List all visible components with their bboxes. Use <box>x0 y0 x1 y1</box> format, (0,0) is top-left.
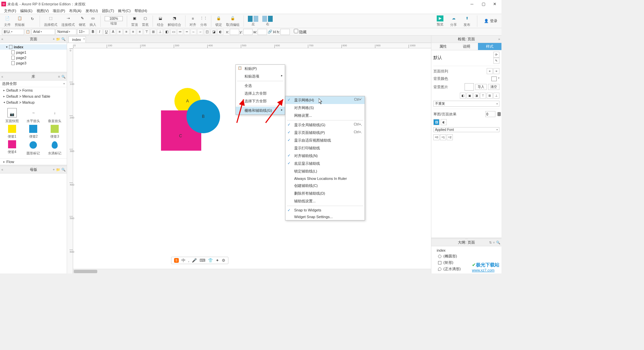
ctx-show-print-guides[interactable]: 显示打印辅助线 <box>285 144 365 152</box>
ime-skin-icon[interactable]: 👕 <box>208 258 213 263</box>
tb-send-back[interactable]: ▢置底 <box>142 15 149 27</box>
style-update-icon[interactable]: ⟳ <box>493 52 499 58</box>
ctx-snap-widgets[interactable]: ✓Snap to Widgets <box>285 207 365 213</box>
outline-root[interactable]: index <box>433 248 500 253</box>
tb-right[interactable]: 右 <box>262 16 273 27</box>
align-center-icon[interactable]: ≡ <box>493 68 499 74</box>
shadow-in-button[interactable]: ◪ <box>211 29 217 35</box>
menu-file[interactable]: 文件(F) <box>3 8 17 13</box>
ctx-back-guides[interactable]: ✓底层显示辅助线 <box>285 160 365 167</box>
x-input[interactable] <box>230 29 239 35</box>
align-h-right-icon[interactable]: ◨ <box>473 93 479 99</box>
sketch-input[interactable] <box>485 111 495 117</box>
font-select[interactable]: Arial▾ <box>32 29 55 35</box>
import-button[interactable]: 导入 <box>475 84 487 90</box>
menu-project[interactable]: 项目(P) <box>51 8 66 13</box>
ctx-lock-guides[interactable]: 锁定辅助线(L) <box>285 167 365 175</box>
tb-login[interactable]: 👤登录 <box>484 18 497 23</box>
font-adj-0[interactable]: +0 <box>433 134 439 140</box>
lib-circle-marker[interactable]: 圆形标记 <box>23 140 44 156</box>
lib-note2[interactable]: 便签2 <box>23 125 44 139</box>
tb-bring-front[interactable]: ▣置顶 <box>131 15 138 27</box>
border-color-button[interactable]: ▭ <box>170 29 176 35</box>
menu-publish[interactable]: 发布(U) <box>84 8 99 13</box>
lib-snapshot[interactable]: 📷页面快照 <box>2 108 22 123</box>
text-color-button[interactable]: A <box>110 29 116 35</box>
ime-keyboard-icon[interactable]: ⌨ <box>200 258 205 263</box>
color-mode-icon[interactable]: 🖼 <box>433 119 439 125</box>
menu-help[interactable]: 帮助(H) <box>133 8 148 13</box>
lib-drop-marker[interactable]: 水滴标记 <box>45 140 65 156</box>
collapse-icon[interactable]: « <box>1 168 3 171</box>
tb-left[interactable]: 左 <box>248 16 258 27</box>
tb-share[interactable]: ☁分享 <box>450 15 457 27</box>
add-folder-icon[interactable]: 📁 <box>56 37 60 41</box>
align-right-button[interactable]: ≡ <box>137 29 143 35</box>
w-input[interactable] <box>258 29 267 35</box>
tb-file[interactable]: 📄文件 <box>4 15 11 27</box>
leading-button[interactable]: ≡ <box>117 29 123 35</box>
ctx-snap-guides[interactable]: ✓对齐辅助线(N) <box>285 152 365 160</box>
fill-color-button[interactable]: ◧ <box>164 29 170 35</box>
ime-lang[interactable]: 中 <box>181 258 185 263</box>
tb-clipboard[interactable]: 📋剪贴板 <box>15 15 25 27</box>
page-item-page2[interactable]: page2 <box>0 55 67 60</box>
align-v-bot-icon[interactable]: ⊥ <box>493 93 499 99</box>
outline-item-ellipse[interactable]: (椭圆形) <box>433 253 500 259</box>
ctx-show-global-guides[interactable]: ✓显示全局辅助线(G)Ctrl+, <box>285 121 365 129</box>
lib-cat-markup[interactable]: ▾Default > Markup <box>0 99 67 105</box>
arrow-start-button[interactable]: ← <box>191 29 197 35</box>
lib-cat-menus[interactable]: ▸Default > Menus and Table <box>0 93 67 99</box>
applied-font-select[interactable]: Applied Font▾ <box>433 127 499 132</box>
ime-mic-icon[interactable]: 🎤 <box>192 258 197 263</box>
ctx-widget-snap-settings[interactable]: Widget Snap Settings... <box>285 213 365 220</box>
tab-properties[interactable]: 属性 <box>431 43 455 50</box>
ctx-guide-settings[interactable]: 辅助线设置... <box>285 197 365 205</box>
search-icon[interactable]: 🔍 <box>61 168 65 171</box>
ctx-select-above[interactable]: 选择上方全部 <box>236 90 285 97</box>
y-input[interactable] <box>243 29 253 35</box>
ime-tool-icon[interactable]: ✦ <box>216 258 219 263</box>
tb-lock[interactable]: 🔒锁定 <box>215 15 222 27</box>
opacity-button[interactable]: ◐ <box>217 29 223 35</box>
bg-color-swatch[interactable] <box>491 77 497 81</box>
search-icon[interactable]: 🔍 <box>61 75 65 79</box>
align-h-center-icon[interactable]: ▣ <box>467 93 473 99</box>
tb-group-btn[interactable]: ⬓结合 <box>157 15 164 27</box>
valign-mid-button[interactable]: ⊞ <box>150 29 156 35</box>
align-left-button[interactable]: ≡ <box>123 29 129 35</box>
tb-publish[interactable]: ⬆发布 <box>464 15 470 27</box>
ctx-create-guides[interactable]: 创建辅助线(C) <box>285 182 365 190</box>
minimize-button[interactable]: ─ <box>469 2 475 6</box>
close-button[interactable]: ✕ <box>492 2 497 6</box>
repeat-select[interactable]: 不重复▾ <box>433 101 499 107</box>
border-width-button[interactable]: ═ <box>177 29 183 35</box>
tab-style[interactable]: 样式 <box>478 43 501 50</box>
ctx-snap-grid[interactable]: 对齐网格(S) <box>285 104 365 112</box>
lib-note3[interactable]: 便签3 <box>45 125 65 139</box>
scrollbar-thumb[interactable] <box>74 270 97 273</box>
arrow-end-button[interactable]: → <box>197 29 203 35</box>
gray-mode-icon[interactable]: ◐ <box>441 119 447 125</box>
tb-align[interactable]: ≡对齐 <box>190 15 196 27</box>
ctx-paste-options[interactable]: 粘贴选项▸ <box>236 72 285 80</box>
collapse-icon[interactable]: « <box>1 37 3 41</box>
font-adj-1[interactable]: +1 <box>440 134 446 140</box>
tb-ungroup-btn[interactable]: ⬔解组结合 <box>168 15 181 27</box>
horizontal-scrollbar[interactable] <box>73 269 431 273</box>
tb-zoom[interactable]: 100%缩放 <box>105 16 123 26</box>
bold-button[interactable]: B <box>90 29 96 35</box>
collapse-icon[interactable]: « <box>1 75 3 79</box>
ctx-show-adaptive-guides[interactable]: ✓显示自适应视图辅助线 <box>285 137 365 144</box>
search-icon[interactable]: 🔍 <box>61 37 65 41</box>
ctx-delete-guides[interactable]: 删除所有辅助线(D) <box>285 190 365 197</box>
page-item-page3[interactable]: page3 <box>0 60 67 66</box>
lib-note1[interactable]: 便签1 <box>2 125 22 139</box>
size-select[interactable]: 13▾ <box>77 29 89 35</box>
ctx-select-all[interactable]: 全选 <box>236 82 285 90</box>
ime-punct[interactable]: , <box>188 258 189 263</box>
menu-edit[interactable]: 编辑(E) <box>19 8 34 13</box>
search-icon[interactable]: 🔍 <box>496 241 500 244</box>
tb-unlock[interactable]: 🔓取消编组 <box>226 15 239 27</box>
shadow-out-button[interactable]: ◫ <box>204 29 210 35</box>
